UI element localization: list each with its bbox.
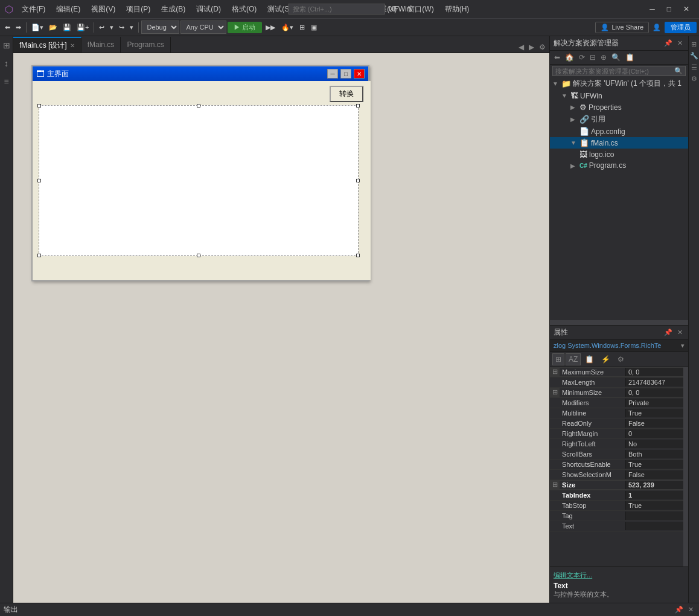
tab-fmain-design-close[interactable]: ✕ [70,42,75,49]
edit-text-lines-link[interactable]: 编辑文本行... [554,571,685,580]
tree-item-references[interactable]: ▶ 🔗 引用 [550,113,688,126]
prop-value-shortcutsenable[interactable]: True [626,460,683,469]
menu-build[interactable]: 生成(B) [156,3,190,16]
prop-row-text[interactable]: Text [550,521,683,531]
prop-row-shortcutsenable[interactable]: ShortcutsEnable True [550,460,683,470]
prop-value-minimumsize[interactable]: 0, 0 [626,388,683,397]
sol-toolbar-btn3[interactable]: ⟳ [577,52,587,63]
handle-tr[interactable] [356,104,360,107]
menu-format[interactable]: 格式(O) [227,3,261,16]
tab-fmain-cs[interactable]: fMain.cs [81,37,121,53]
prop-row-tabindex[interactable]: TabIndex 1 [550,490,683,501]
handle-bl[interactable] [37,254,41,257]
prop-value-tabindex[interactable]: 1 [626,491,683,499]
tab-scroll-left[interactable]: ◀ [517,42,525,53]
prop-row-showselectionm[interactable]: ShowSelectionM False [550,470,683,480]
prop-row-rightmargin[interactable]: RightMargin 0 [550,429,683,439]
toolbar-misc1[interactable]: ⊞ [297,22,307,33]
prop-value-readonly[interactable]: False [626,419,683,428]
prop-value-maximumsize[interactable]: 0, 0 [626,368,683,376]
undo-dropdown[interactable]: ▾ [107,22,116,33]
output-close-button[interactable]: ✕ [686,605,695,614]
properties-dropdown-button[interactable]: ▾ [681,342,685,350]
tab-program-cs[interactable]: Program.cs [121,37,170,53]
menu-view[interactable]: 视图(V) [86,3,120,16]
sol-toolbar-btn2[interactable]: 🏠 [563,52,576,63]
back-button[interactable]: ⬅ [2,22,13,33]
title-search-input[interactable] [289,4,385,14]
prop-value-tabstop[interactable]: True [626,501,683,510]
prop-value-scrollbars[interactable]: Both [626,450,683,458]
properties-pin-button[interactable]: 📌 [662,328,674,337]
handle-br[interactable] [356,254,360,257]
save-button[interactable]: 💾 [60,22,74,33]
new-button[interactable]: 📄▾ [29,22,46,33]
output-pin-button[interactable]: 📌 [673,605,685,614]
tree-item-fmain[interactable]: ▼ 📋 fMain.cs [550,137,688,149]
fire-button[interactable]: 🔥▾ [279,22,296,33]
prop-row-multiline[interactable]: Multiline True [550,408,683,419]
menu-file[interactable]: 文件(F) [17,3,50,16]
menu-help[interactable]: 帮助(H) [440,3,474,16]
redo-dropdown[interactable]: ▾ [127,22,136,33]
tree-item-logo[interactable]: ▶ 🖼 logo.ico [550,149,688,160]
handle-mr[interactable] [356,179,360,182]
undo-button[interactable]: ↩ [97,22,107,33]
form-minimize-button[interactable]: ─ [327,69,338,79]
platform-select[interactable]: Any CPU [180,21,226,34]
tree-item-program[interactable]: ▶ C# Program.cs [550,160,688,171]
props-categorized-btn[interactable]: ⊞ [552,353,564,365]
solution-close-button[interactable]: ✕ [675,39,685,48]
far-right-icon4[interactable]: ⚙ [689,73,699,85]
convert-button[interactable]: 转换 [330,86,363,102]
sol-toolbar-btn5[interactable]: ⊕ [599,52,608,63]
sol-toolbar-btn6[interactable]: 🔍 [610,52,622,63]
prop-value-tag[interactable] [626,512,683,520]
sol-toolbar-btn1[interactable]: ⬅ [552,52,562,63]
prop-value-rightmargin[interactable]: 0 [626,429,683,438]
live-share-button[interactable]: 👤 Live Share [595,22,649,33]
tree-item-properties[interactable]: ▶ ⚙ Properties [550,101,688,113]
sol-toolbar-btn7[interactable]: 📋 [624,52,636,63]
solution-pin-button[interactable]: 📌 [662,39,674,48]
tree-item-solution[interactable]: ▼ 📁 解决方案 'UFWin' (1 个项目，共 1 [550,77,688,90]
close-button[interactable]: ✕ [678,4,694,14]
sol-toolbar-btn4[interactable]: ⊟ [588,52,598,63]
user-button[interactable]: 👤 [650,22,663,33]
far-right-icon1[interactable]: ⊞ [689,39,698,50]
prop-value-multiline[interactable]: True [626,409,683,417]
sidebar-source-icon[interactable]: ≡ [2,75,10,88]
solution-search-input[interactable] [555,68,674,75]
sidebar-toolbox-icon[interactable]: ⊞ [1,39,12,52]
handle-ml[interactable] [37,179,41,182]
properties-close-button[interactable]: ✕ [675,328,685,337]
props-properties-btn[interactable]: 📋 [582,353,597,365]
save-all-button[interactable]: 💾+ [74,22,91,33]
prop-value-size[interactable]: 523, 239 [626,481,683,489]
tab-overflow[interactable]: ⚙ [538,42,547,53]
prop-value-maxlength[interactable]: 2147483647 [626,378,683,387]
far-right-icon2[interactable]: 🔧 [688,50,700,62]
toolbar-misc2[interactable]: ▣ [308,22,319,33]
menu-edit[interactable]: 编辑(E) [51,3,85,16]
sidebar-nav-icon[interactable]: ↕ [2,57,10,70]
maximize-button[interactable]: □ [662,4,676,14]
prop-row-size[interactable]: ⊞ Size 523, 239 [550,480,683,490]
forward-button[interactable]: ➡ [13,22,24,33]
handle-tm[interactable] [197,104,200,107]
prop-value-righttoleft[interactable]: No [626,440,683,448]
tab-fmain-design[interactable]: fMain.cs [设计] ✕ [13,37,81,53]
form-close-button[interactable]: ✕ [354,69,365,79]
form-maximize-button[interactable]: □ [340,69,351,79]
far-right-icon3[interactable]: ☰ [689,62,699,73]
menu-project[interactable]: 项目(P) [121,3,155,16]
props-alphabetical-btn[interactable]: AZ [566,353,581,365]
prop-row-minimumsize[interactable]: ⊞ MinimumSize 0, 0 [550,388,683,398]
props-events-btn[interactable]: ⚡ [598,353,613,365]
solution-explorer-scrollbar-h[interactable] [550,320,688,325]
redo-button[interactable]: ↪ [116,22,127,33]
open-button[interactable]: 📂 [46,22,60,33]
debug-config-select[interactable]: Debug [141,21,179,34]
design-canvas[interactable]: 🗔 主界面 ─ □ ✕ 转换 [13,53,549,603]
tree-item-appconfig[interactable]: ▶ 📄 App.config [550,126,688,137]
